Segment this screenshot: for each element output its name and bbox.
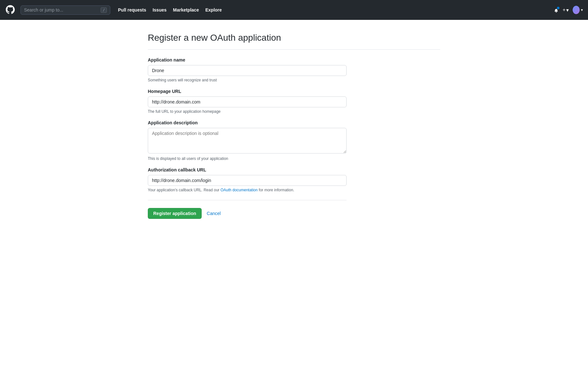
register-application-button[interactable]: Register application xyxy=(148,208,202,219)
callback-url-input[interactable] xyxy=(148,175,347,186)
top-navbar: Search or jump to... / Pull requests Iss… xyxy=(0,0,588,20)
callback-url-help-text-after: for more information. xyxy=(258,188,294,192)
app-name-input[interactable] xyxy=(148,65,347,76)
callback-url-label: Authorization callback URL xyxy=(148,167,347,172)
oauth-docs-link[interactable]: OAuth documentation xyxy=(221,188,258,192)
nav-explore[interactable]: Explore xyxy=(205,7,222,12)
user-avatar-button[interactable]: ▾ xyxy=(573,5,583,15)
callback-url-help-text-before: Your application's callback URL. Read ou… xyxy=(148,188,221,192)
notifications-button[interactable] xyxy=(554,7,559,12)
header-actions: + ▾ ▾ xyxy=(554,5,583,15)
homepage-url-input[interactable] xyxy=(148,96,347,107)
homepage-url-help: The full URL to your application homepag… xyxy=(148,109,347,114)
notification-indicator xyxy=(557,7,559,9)
title-divider xyxy=(148,49,440,50)
search-bar[interactable]: Search or jump to... / xyxy=(21,5,110,15)
cancel-button[interactable]: Cancel xyxy=(207,211,221,216)
github-logo[interactable] xyxy=(5,4,15,16)
homepage-url-label: Homepage URL xyxy=(148,89,347,94)
form-actions: Register application Cancel xyxy=(148,208,347,219)
new-item-button[interactable]: + ▾ xyxy=(563,7,569,13)
main-content: Register a new OAuth application Applica… xyxy=(140,20,448,232)
nav-issues[interactable]: Issues xyxy=(153,7,167,12)
app-description-textarea[interactable] xyxy=(148,128,347,153)
user-avatar xyxy=(573,6,580,14)
app-description-label: Application description xyxy=(148,120,347,125)
page-title: Register a new OAuth application xyxy=(148,33,440,43)
search-text: Search or jump to... xyxy=(24,7,63,12)
app-description-group: Application description This is displaye… xyxy=(148,120,347,161)
search-kbd-shortcut: / xyxy=(101,7,107,13)
nav-pull-requests[interactable]: Pull requests xyxy=(118,7,146,12)
app-name-group: Application name Something users will re… xyxy=(148,57,347,82)
homepage-url-group: Homepage URL The full URL to your applic… xyxy=(148,89,347,114)
callback-url-help: Your application's callback URL. Read ou… xyxy=(148,188,347,192)
app-name-label: Application name xyxy=(148,57,347,62)
app-name-help: Something users will recognize and trust xyxy=(148,78,347,82)
main-nav: Pull requests Issues Marketplace Explore xyxy=(118,7,222,12)
form-divider xyxy=(148,200,347,200)
nav-marketplace[interactable]: Marketplace xyxy=(173,7,199,12)
oauth-form: Application name Something users will re… xyxy=(148,57,347,219)
callback-url-group: Authorization callback URL Your applicat… xyxy=(148,167,347,192)
app-description-help: This is displayed to all users of your a… xyxy=(148,156,347,161)
